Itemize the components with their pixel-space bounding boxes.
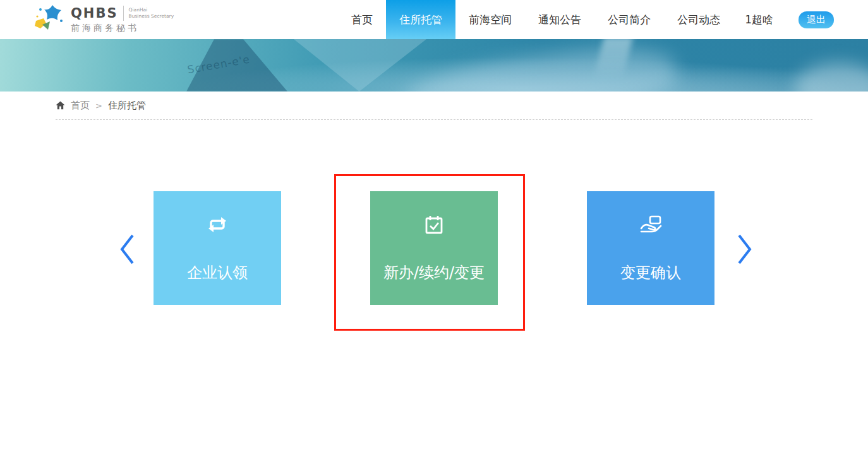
nav-item-company-news[interactable]: 公司动态	[664, 0, 733, 39]
breadcrumb-current: 住所托管	[108, 100, 146, 112]
swap-icon	[205, 212, 230, 237]
nav-item-home[interactable]: 首页	[338, 0, 386, 39]
card-new-renew-change[interactable]: 新办/续约/变更	[370, 191, 498, 305]
brand-tagline: QianHai Business Secretary	[129, 7, 174, 20]
card-change-confirm[interactable]: 变更确认	[587, 191, 714, 305]
breadcrumb-separator: >	[95, 101, 102, 110]
chevron-left-icon	[118, 233, 136, 266]
brand-logo-icon	[33, 4, 66, 35]
page: QHBS QianHai Business Secretary 前海商务秘书 首…	[0, 0, 868, 467]
brand-logo[interactable]: QHBS QianHai Business Secretary 前海商务秘书	[33, 4, 174, 35]
card-label: 变更确认	[620, 263, 681, 283]
brand-abbr: QHBS	[71, 6, 118, 21]
main-nav: 首页 住所托管 前海空间 通知公告 公司简介 公司动态 1超啥 退出	[338, 0, 834, 39]
breadcrumb: 首页 > 住所托管	[56, 92, 812, 120]
nav-username[interactable]: 1超啥	[733, 13, 785, 27]
top-header: QHBS QianHai Business Secretary 前海商务秘书 首…	[0, 0, 868, 39]
brand-tagline-top: QianHai	[129, 7, 148, 13]
banner-hand-shape	[402, 39, 678, 92]
card-enterprise-claim[interactable]: 企业认领	[154, 191, 281, 305]
hand-card-icon	[637, 212, 665, 237]
calendar-check-icon	[421, 212, 447, 237]
hero-banner: Screen-e'e	[0, 39, 868, 92]
banner-corner-glow	[795, 62, 868, 92]
nav-item-residence-hosting[interactable]: 住所托管	[386, 0, 455, 39]
brand-name-cn: 前海商务秘书	[71, 23, 174, 34]
brand-text: QHBS QianHai Business Secretary 前海商务秘书	[71, 6, 174, 34]
brand-divider	[123, 6, 124, 21]
nav-item-notices[interactable]: 通知公告	[525, 0, 594, 39]
nav-item-qianhai-space[interactable]: 前海空间	[455, 0, 525, 39]
card-label: 企业认领	[187, 263, 248, 283]
card-label: 新办/续约/变更	[383, 263, 485, 283]
chevron-right-icon	[735, 233, 754, 266]
carousel: 企业认领 新办/续约/变更 变更确认	[0, 120, 868, 467]
carousel-prev-button[interactable]	[118, 233, 136, 266]
brand-tagline-bottom: Business Secretary	[129, 13, 174, 19]
carousel-next-button[interactable]	[735, 233, 754, 266]
breadcrumb-home-link[interactable]: 首页	[71, 100, 90, 112]
nav-item-company-profile[interactable]: 公司简介	[594, 0, 664, 39]
home-icon	[56, 101, 65, 110]
logout-button[interactable]: 退出	[799, 11, 834, 28]
